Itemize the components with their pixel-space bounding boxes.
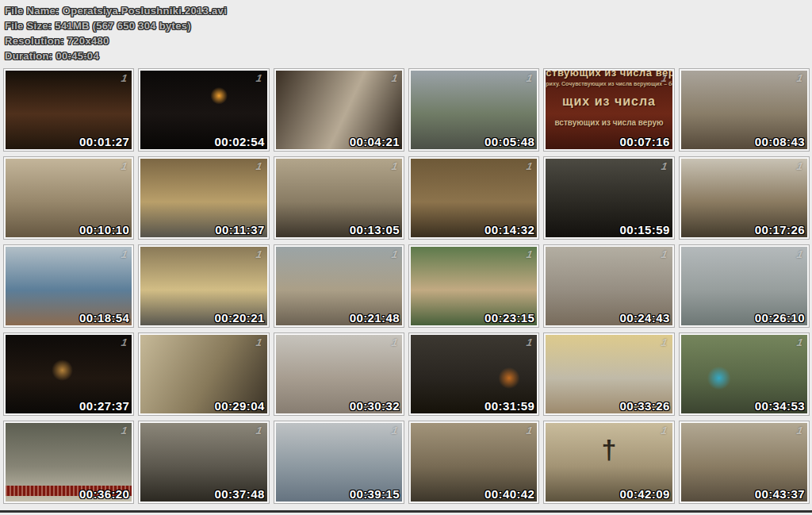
channel-one-watermark-icon: 1	[255, 72, 263, 84]
timestamp: 00:23:15	[485, 311, 534, 325]
timestamp: 00:33:26	[619, 399, 669, 413]
thumbnail-image: 100:36:20	[6, 423, 132, 502]
timestamp: 00:24:43	[619, 311, 669, 325]
timestamp: 00:01:27	[79, 135, 129, 148]
thumbnail-image: 100:29:04	[140, 335, 266, 413]
timestamp: 00:39:15	[350, 487, 400, 501]
thumbnail-church-interior-wide: 100:24:43	[544, 245, 673, 327]
thumbnail-city-aerial-view: 100:05:48	[409, 69, 538, 151]
thumbnail-image: 100:14:32	[411, 159, 537, 237]
channel-one-watermark-icon: 1	[795, 248, 803, 260]
resolution-line: Resolution:720x480	[5, 33, 227, 48]
timestamp: 00:21:48	[350, 311, 400, 325]
timestamp: 00:08:43	[755, 135, 805, 148]
thumbnail-monks-dark-scene: 100:15:59	[544, 157, 673, 239]
timestamp: 00:17:26	[755, 223, 805, 236]
thumbnail-image: 100:26:10	[681, 247, 807, 325]
channel-one-watermark-icon: 1	[390, 72, 398, 84]
thumbnail-man-walking-courtyard: 100:33:26	[544, 333, 673, 415]
document-text-line: ствующих из числа веру	[546, 71, 672, 79]
channel-one-watermark-icon: 1	[661, 160, 668, 172]
channel-one-watermark-icon: 1	[121, 425, 128, 436]
channel-one-watermark-icon: 1	[255, 336, 263, 348]
thumbnail-archive-crowd-hall: 100:37:48	[139, 421, 268, 503]
thumbnail-monastery-staircase: 100:30:32	[274, 333, 404, 415]
thumbnail-presenter-bridge-church: 100:26:10	[680, 245, 809, 327]
thumbnail-image: 100:13:05	[276, 159, 402, 237]
thumbnail-woman-headscarf-church: 100:21:48	[274, 245, 404, 327]
thumbnail-image: 100:15:59	[546, 159, 672, 237]
thumbnail-image: ствующих из числа веруриху. Сочувствующи…	[546, 71, 672, 149]
thumbnail-presenter-closeup: 100:11:37	[139, 157, 268, 239]
channel-one-watermark-icon: 1	[390, 336, 398, 348]
duration-line: Duration:00:45:04	[5, 48, 227, 63]
channel-one-watermark-icon: 1	[661, 336, 668, 348]
channel-one-watermark-icon: 1	[526, 72, 534, 84]
file-size-line: File Size:541MB (567 650 304 bytes)	[5, 18, 227, 33]
timestamp: 00:37:48	[214, 487, 264, 501]
thumbnail-old-man-outdoors: 100:23:15	[409, 245, 538, 327]
channel-one-watermark-icon: 1	[526, 425, 534, 436]
file-size-value: 541MB (567 650 304 bytes)	[55, 20, 191, 32]
timestamp: 00:11:37	[215, 223, 264, 236]
thumbnail-archive-porch-scene: 100:10:10	[4, 157, 133, 239]
timestamp: 00:30:32	[350, 399, 400, 413]
channel-one-watermark-icon: 1	[526, 248, 534, 260]
timestamp: 00:43:37	[755, 487, 805, 501]
thumbnail-image: 100:05:48	[411, 71, 537, 149]
file-name-value: Operatsiya.Poslushniki.2013.avi	[63, 5, 227, 17]
channel-one-watermark-icon: 1	[661, 425, 668, 436]
channel-one-watermark-icon: 1	[255, 425, 263, 436]
timestamp: 00:10:10	[79, 223, 129, 236]
thumbnail-image: 100:31:59	[411, 335, 537, 413]
thumbnail-image: 100:23:15	[411, 247, 537, 325]
thumbnail-image: 100:11:37	[140, 159, 266, 237]
thumbnail-presenter-riverbank-fortress: 100:39:15	[274, 421, 404, 503]
timestamp: 00:05:48	[485, 135, 534, 148]
document-text-line: вствующих из числа верую	[546, 118, 672, 127]
timestamp: 00:26:10	[755, 311, 805, 325]
timestamp: 00:18:54	[79, 311, 129, 325]
thumbnail-image: 100:21:48	[276, 247, 402, 325]
thumbnail-image: 100:20:21	[140, 247, 266, 325]
timestamp: 00:27:37	[79, 399, 129, 413]
thumbnail-image: 100:43:37	[681, 423, 807, 502]
file-size-label: File Size:	[5, 20, 52, 32]
channel-one-watermark-icon: 1	[390, 160, 398, 172]
channel-one-watermark-icon: 1	[526, 160, 534, 172]
channel-one-watermark-icon: 1	[255, 160, 263, 172]
thumbnail-wood-panel-blur: 100:14:32	[409, 157, 538, 239]
thumbnail-image: 100:01:27	[6, 71, 132, 149]
channel-one-watermark-icon: 1	[526, 336, 534, 348]
timestamp: 00:02:54	[214, 135, 264, 148]
thumbnail-image: 100:08:43	[681, 71, 807, 149]
thumbnail-child-military-vehicle: 100:34:53	[680, 333, 809, 415]
thumbnail-image: 100:39:15	[276, 423, 402, 502]
thumbnail-archive-diagonal-closeup: 100:29:04	[139, 333, 268, 415]
thumbnail-presenter-yellow-building: 100:20:21	[139, 245, 268, 327]
thumbnail-portrait-woman-officer: 100:08:43	[680, 69, 809, 151]
document-text-line: риху. Сочувствующих из числа верующих – …	[546, 81, 672, 86]
thumbnail-dark-red-blur: 100:01:27	[4, 69, 133, 151]
thumbnail-image: 100:33:26	[546, 335, 672, 413]
thumbnail-dark-tunnel-glow: 100:27:37	[4, 333, 133, 415]
timestamp: 00:13:05	[350, 223, 400, 236]
thumbnail-cave-candle: 100:02:54	[139, 69, 268, 151]
thumbnail-image: 100:34:53	[681, 335, 807, 413]
thumbnail-image: 100:27:37	[6, 335, 132, 413]
timestamp: 00:34:53	[755, 399, 805, 413]
channel-one-watermark-icon: 1	[121, 160, 128, 172]
timestamp: 00:20:21	[214, 311, 264, 325]
timestamp: 00:42:09	[619, 487, 669, 501]
thumbnail-image: 100:37:48	[140, 423, 266, 502]
thumbnail-two-men-tunnel: 100:31:59	[409, 333, 538, 415]
file-name-label: File Name:	[5, 5, 59, 17]
channel-one-watermark-icon: 1	[661, 248, 668, 260]
thumbnail-archive-mansion-car: 100:13:05	[274, 157, 404, 239]
timestamp: 00:04:21	[350, 135, 400, 148]
timestamp: 00:15:59	[619, 223, 669, 236]
thumbnail-image: 100:02:54	[140, 71, 266, 149]
channel-one-watermark-icon: 1	[121, 72, 128, 84]
channel-one-watermark-icon: 1	[795, 72, 803, 84]
channel-one-watermark-icon: 1	[795, 160, 803, 172]
